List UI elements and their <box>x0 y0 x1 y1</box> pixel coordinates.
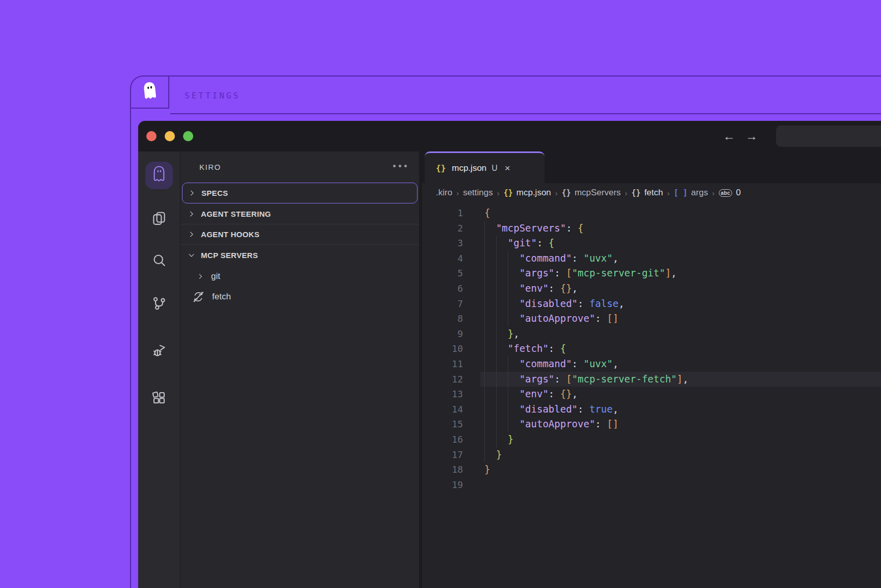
tree-item-fetch[interactable]: fetch <box>180 287 419 306</box>
tab-mcp-json[interactable]: {} mcp.json U × <box>425 151 545 183</box>
code-text: "mcpServers": { <box>484 221 584 236</box>
code-text: } <box>484 462 490 477</box>
array-bracket-icon: [ ] <box>673 188 687 197</box>
activity-bar <box>138 151 180 588</box>
string-symbol-icon: abc <box>719 189 733 197</box>
tree-item-label-fetch: fetch <box>212 292 231 302</box>
app-window: ← → <box>138 121 881 588</box>
line-number: 13 <box>422 387 463 402</box>
minimize-window-button[interactable] <box>165 131 175 141</box>
back-arrow-icon[interactable]: ← <box>723 130 735 142</box>
sidebar: KIRO SPECS AGENT STEERING AGENT HOOKS <box>180 151 419 588</box>
code-text: "args": ["mcp-server-git"], <box>484 266 677 281</box>
code-text: "args": ["mcp-server-fetch"], <box>484 372 688 387</box>
zoom-window-button[interactable] <box>183 131 193 141</box>
breadcrumb-item[interactable]: fetch <box>644 188 663 198</box>
code-text: } <box>484 447 502 463</box>
code-text: } <box>484 432 513 447</box>
line-number: 1 <box>422 206 463 221</box>
sidebar-item-agent-hooks[interactable]: AGENT HOOKS <box>180 224 419 245</box>
breadcrumb-item[interactable]: settings <box>463 188 493 198</box>
breadcrumb-item[interactable]: .kiro <box>436 188 452 198</box>
code-text: "disabled": false, <box>484 296 625 312</box>
command-center-search[interactable] <box>776 125 881 147</box>
editor-surface: .kiro›settings›{}mcp.json›{}mcpServers›{… <box>422 183 881 588</box>
line-number: 19 <box>422 477 463 493</box>
line-number: 2 <box>422 221 463 236</box>
code-line: 9 }, <box>422 326 881 342</box>
kiro-ghost-icon <box>152 166 166 185</box>
extensions-icon[interactable] <box>151 390 167 405</box>
frame-header-divider <box>170 113 881 114</box>
code-line: 11 "command": "uvx", <box>422 356 881 372</box>
close-tab-icon[interactable]: × <box>505 163 510 174</box>
code-line: 13 "env": {}, <box>422 387 881 402</box>
code-text: }, <box>484 326 520 342</box>
settings-header-label: SETTINGS <box>185 91 240 100</box>
line-number: 14 <box>422 402 463 417</box>
sidebar-title: KIRO <box>199 163 221 171</box>
breadcrumb-item[interactable]: 0 <box>736 188 740 198</box>
breadcrumb-separator: › <box>452 189 463 197</box>
breadcrumb-separator: › <box>493 189 504 197</box>
forward-arrow-icon[interactable]: → <box>745 130 758 142</box>
breadcrumb-item[interactable]: args <box>691 188 708 198</box>
git-status-badge: U <box>491 164 498 173</box>
json-braces-icon: {} <box>562 188 571 197</box>
search-icon[interactable] <box>151 252 167 268</box>
history-nav: ← → <box>723 121 758 151</box>
line-number: 8 <box>422 311 463 326</box>
close-window-button[interactable] <box>146 131 157 141</box>
line-number: 3 <box>422 236 463 251</box>
line-number: 4 <box>422 251 463 266</box>
titlebar: ← → <box>138 121 881 151</box>
code-text: "env": {}, <box>484 387 578 402</box>
code-text: "disabled": true, <box>484 402 618 417</box>
more-actions-icon[interactable] <box>393 165 407 167</box>
code-line: 10 "fetch": { <box>422 341 881 356</box>
explorer-icon[interactable] <box>151 211 167 226</box>
sidebar-item-kiro-active[interactable] <box>145 162 173 189</box>
code-text: "autoApprove": [] <box>484 417 618 432</box>
code-line: 8 "autoApprove": [] <box>422 311 881 326</box>
code-line: 12 "args": ["mcp-server-fetch"], <box>422 372 881 387</box>
line-number: 18 <box>422 462 463 477</box>
line-number: 10 <box>422 341 463 356</box>
sidebar-item-agent-steering[interactable]: AGENT STEERING <box>180 204 419 224</box>
code-text: "command": "uvx", <box>484 356 618 372</box>
sync-disabled-icon <box>192 290 205 303</box>
code-line: 16 } <box>422 432 881 447</box>
code-line: 15 "autoApprove": [] <box>422 417 881 432</box>
chevron-right-icon <box>188 189 196 197</box>
chevron-right-icon <box>188 210 195 218</box>
code-line: 5 "args": ["mcp-server-git"], <box>422 266 881 281</box>
code-text: "command": "uvx", <box>484 251 618 266</box>
chevron-right-icon <box>188 231 195 238</box>
code-line: 17 } <box>422 447 881 463</box>
json-braces-icon: {} <box>632 188 641 197</box>
chevron-down-icon <box>188 251 195 259</box>
tree-item-git[interactable]: git <box>180 267 419 286</box>
code-text: { <box>484 206 490 221</box>
breadcrumb-separator: › <box>551 189 562 197</box>
breadcrumb: .kiro›settings›{}mcp.json›{}mcpServers›{… <box>422 183 881 202</box>
breadcrumb-item[interactable]: mcpServers <box>575 188 621 198</box>
tab-label: mcp.json <box>452 163 486 173</box>
sidebar-item-mcp-servers[interactable]: MCP SERVERS <box>180 245 419 265</box>
editor-group: {} mcp.json U × .kiro›settings›{}mcp.jso… <box>422 151 881 588</box>
code-editor[interactable]: 1{2 "mcpServers": {3 "git": {4 "command"… <box>422 202 881 588</box>
source-control-icon[interactable] <box>151 296 167 311</box>
tree-item-label-git: git <box>211 271 220 282</box>
debug-icon[interactable] <box>151 343 167 359</box>
workbench: KIRO SPECS AGENT STEERING AGENT HOOKS <box>138 151 881 588</box>
kiro-logo-cell <box>131 76 169 109</box>
sidebar-item-specs[interactable]: SPECS <box>182 183 418 203</box>
code-line: 3 "git": { <box>422 236 881 251</box>
breadcrumb-item[interactable]: mcp.json <box>516 188 551 198</box>
code-line: 1{ <box>422 206 881 221</box>
code-line: 7 "disabled": false, <box>422 296 881 312</box>
breadcrumb-separator: › <box>663 189 673 197</box>
line-number: 17 <box>422 447 463 463</box>
code-line: 18} <box>422 462 881 477</box>
section-label-mcp-servers: MCP SERVERS <box>201 251 258 260</box>
